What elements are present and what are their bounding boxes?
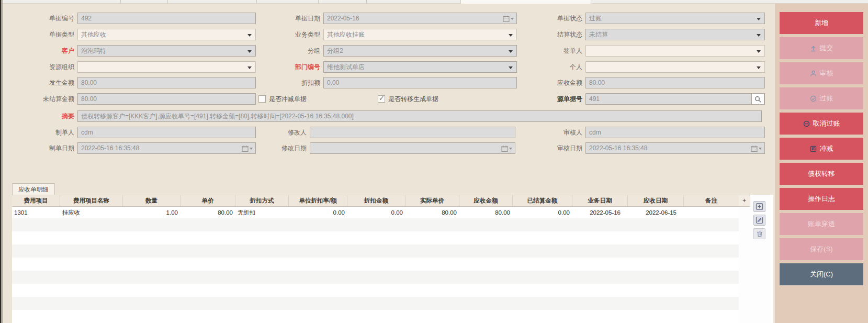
- create-date-input[interactable]: 2022-05-16 16:35:48: [77, 142, 256, 154]
- column-header[interactable]: 应收日期: [628, 195, 684, 206]
- offset-checkbox[interactable]: ✓: [258, 95, 266, 103]
- column-header[interactable]: 已结算金额: [513, 195, 572, 206]
- table-row[interactable]: 1301 挂应收 1.00 80.00 无折扣 0.00 0.00 80.00 …: [12, 207, 739, 218]
- audit-date-input[interactable]: 2022-05-16 16:35:48: [585, 142, 765, 154]
- field-customer: 客户 泡泡玛特: [18, 45, 256, 57]
- empty-grid-rows: [12, 218, 739, 323]
- chevron-down-icon: [509, 50, 513, 53]
- field-summary: 摘要 债权转移源客户=[KKK客户],源应收单号=[491],转移金额=[80]…: [18, 110, 256, 122]
- discount-amount-input[interactable]: 0.00: [323, 77, 517, 88]
- bill-drilldown-button[interactable]: 账单穿透: [780, 213, 863, 235]
- doc-status-select[interactable]: 过账: [585, 13, 765, 24]
- save-button[interactable]: 保存(S): [780, 238, 863, 260]
- empty-row: [12, 297, 739, 310]
- add-button[interactable]: 新增: [780, 12, 863, 34]
- tab-receivable-detail[interactable]: 应收单明细: [12, 183, 55, 195]
- amount-occurred-input[interactable]: 80.00: [77, 77, 256, 88]
- doc-no-input[interactable]: 492: [77, 13, 256, 24]
- transfer-checkbox[interactable]: ✓: [378, 95, 385, 103]
- edit-row-button[interactable]: [753, 215, 765, 226]
- column-header[interactable]: 折扣金额: [347, 195, 405, 206]
- cell-fee-item: 1301: [12, 207, 60, 218]
- customer-label: 客户: [18, 47, 77, 55]
- empty-row: [12, 218, 739, 231]
- grid-header-row: 费用项目 费用项目名称 数量 单价 折扣方式 单位折扣率/额 折扣金额 实际单价…: [12, 195, 739, 207]
- operation-log-button[interactable]: 操作日志: [780, 188, 863, 210]
- column-header[interactable]: 费用项目: [12, 195, 60, 206]
- column-header[interactable]: 应收金额: [459, 195, 513, 206]
- post-button[interactable]: 过账: [780, 87, 863, 109]
- cell-discount-mode: 无折扣: [235, 207, 289, 218]
- audit-button[interactable]: 审核: [780, 62, 863, 84]
- column-header[interactable]: 单位折扣率/额: [289, 195, 347, 206]
- cell-actual-price: 80.00: [405, 207, 459, 218]
- doc-date-input[interactable]: 2022-05-16: [323, 13, 517, 24]
- window-left-edge-inner: [1, 0, 3, 323]
- field-modify-date: 修改日期: [251, 142, 515, 154]
- settle-status-select[interactable]: 未结算: [585, 29, 765, 40]
- cancel-post-button[interactable]: 取消过账: [780, 113, 863, 135]
- column-header[interactable]: 折扣方式: [235, 195, 289, 206]
- field-settle-status: 结算状态 未结算: [515, 29, 765, 40]
- offset-button[interactable]: 冲减: [780, 138, 863, 160]
- calendar-icon[interactable]: [503, 15, 514, 23]
- tab-separator: [120, 0, 121, 4]
- field-auditor: 审核人 cdm: [515, 127, 765, 138]
- column-header[interactable]: 数量: [123, 195, 181, 206]
- upload-icon: [810, 45, 817, 52]
- debt-transfer-button[interactable]: 债权转移: [780, 163, 863, 185]
- signer-select[interactable]: [585, 45, 765, 57]
- field-dept-no: 部门编号 维他测试单店: [251, 61, 517, 73]
- resource-org-label: 资源组织: [18, 63, 77, 72]
- field-audit-date: 审核日期 2022-05-16 16:35:48: [515, 142, 765, 154]
- unsettled-amount-input[interactable]: 80.00: [77, 93, 256, 105]
- calendar-icon[interactable]: [501, 145, 512, 152]
- calendar-icon[interactable]: [751, 145, 762, 152]
- amount-receivable-input[interactable]: 80.00: [585, 77, 765, 88]
- offset-checkbox-group: ✓ 是否冲减单据: [258, 93, 307, 105]
- modifier-label: 修改人: [251, 128, 310, 137]
- field-unsettled-amount: 未结算金额 80.00: [18, 93, 256, 105]
- chevron-down-icon: [509, 66, 513, 69]
- modify-date-input[interactable]: [310, 142, 515, 154]
- empty-row: [12, 271, 739, 284]
- resource-org-select[interactable]: [77, 61, 256, 73]
- delete-row-button[interactable]: [753, 228, 765, 239]
- field-doc-no: 单据编号 492: [18, 13, 256, 24]
- cell-fee-item-name: 挂应收: [60, 207, 123, 218]
- column-header[interactable]: 业务日期: [572, 195, 628, 206]
- add-row-button[interactable]: [753, 201, 765, 212]
- top-tab-strip: [3, 0, 868, 4]
- creator-input[interactable]: cdm: [77, 127, 256, 138]
- search-icon[interactable]: [751, 93, 764, 105]
- customer-select[interactable]: 泡泡玛特: [77, 45, 256, 57]
- dept-no-select[interactable]: 维他测试单店: [323, 61, 517, 73]
- column-header[interactable]: 备注: [684, 195, 739, 206]
- summary-input[interactable]: 债权转移源客户=[KKK客户],源应收单号=[491],转移金额=[80],转移…: [77, 110, 762, 122]
- cell-unit-price: 80.00: [181, 207, 235, 218]
- auditor-input[interactable]: cdm: [585, 127, 765, 138]
- column-header[interactable]: 单价: [181, 195, 235, 206]
- receivable-document-window: 单据编号 492 单据日期 2022-05-16 单据状态 过账 单据类型 其他…: [0, 0, 868, 323]
- summary-label: 摘要: [18, 112, 77, 121]
- column-header[interactable]: 费用项目名称: [60, 195, 123, 206]
- empty-row: [12, 284, 739, 297]
- source-doc-no-input[interactable]: 491: [585, 93, 765, 105]
- doc-type-select[interactable]: 其他应收: [77, 29, 256, 40]
- column-options-button[interactable]: +: [739, 195, 750, 207]
- clock-check-icon: [810, 95, 817, 102]
- submit-button[interactable]: 提交: [780, 37, 863, 59]
- biz-type-select[interactable]: 其他应收挂账: [323, 29, 517, 40]
- field-creator: 制单人 cdm: [18, 127, 256, 138]
- minus-circle-icon: [803, 120, 810, 127]
- field-modifier: 修改人: [251, 127, 515, 138]
- group-select[interactable]: 分组2: [323, 45, 517, 57]
- grid-action-buttons: [753, 201, 765, 239]
- modifier-input[interactable]: [310, 127, 515, 138]
- biz-type-label: 业务类型: [251, 30, 323, 39]
- person-select[interactable]: [585, 61, 765, 73]
- close-button[interactable]: 关闭(C): [780, 263, 863, 285]
- dept-no-label: 部门编号: [251, 63, 323, 72]
- column-header[interactable]: 实际单价: [405, 195, 459, 206]
- field-group: 分组 分组2: [251, 45, 517, 57]
